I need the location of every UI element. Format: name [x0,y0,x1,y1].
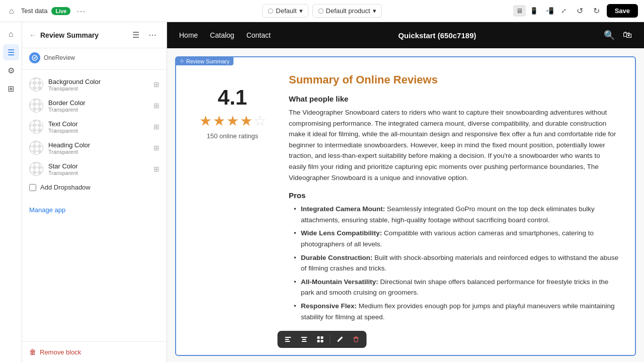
pro-label-1: Integrated Camera Mount: [301,205,385,213]
pro-label-2: Wide Lens Compatibility: [301,229,382,237]
pro-item-4: All-Mountain Versatility: Directional tw… [294,277,619,298]
dropshadow-label[interactable]: Add Dropshadow [40,184,91,191]
pro-label-3: Durable Construction: [301,254,373,261]
home-sidebar-icon[interactable]: ⌂ [3,26,19,42]
expand-view-btn[interactable]: ⤢ [558,5,570,17]
settings-sidebar-icon[interactable]: ⚙ [3,62,19,78]
cart-icon[interactable]: 🛍 [623,30,632,41]
ft-align-left-btn[interactable] [281,333,296,346]
svg-rect-4 [301,337,307,338]
theme-dropdown[interactable]: ⬡ Default ▾ [262,4,308,18]
svg-rect-5 [302,339,306,340]
ft-separator [330,334,331,344]
svg-rect-9 [317,340,320,342]
layers-sidebar-icon[interactable]: ☰ [3,44,19,60]
panel-header: ← Review Summary ☰ ⋯ [22,22,167,48]
preview-area: Home Catalog Contact Quickstart (650c718… [167,22,644,362]
dropshadow-row: Add Dropshadow [22,179,167,195]
star-color-name: Star Color [48,162,148,170]
live-badge: Live [51,7,70,15]
review-body-text: The Videographer Snowboard caters to rid… [289,107,619,183]
remove-block-button[interactable]: 🗑 Remove block [22,341,167,362]
text-color-value: Transparent [48,128,148,134]
heading-color-layers-icon[interactable]: ⊞ [153,144,159,152]
svg-rect-8 [321,336,324,339]
panel-title: Review Summary [40,31,125,39]
pro-item-1: Integrated Camera Mount: Seamlessly inte… [294,204,619,225]
ft-edit-btn[interactable] [333,333,348,346]
star-3: ★ [226,113,239,129]
store-navbar: Home Catalog Contact Quickstart (650c718… [167,22,644,48]
heading-color-name: Heading Color [48,141,148,149]
star-rating: ★ ★ ★ ★ ☆ [199,113,266,129]
pros-list: Integrated Camera Mount: Seamlessly inte… [289,204,619,322]
ft-delete-btn[interactable] [349,333,364,346]
text-color-row: Text Color Transparent ⊞ [22,116,167,137]
text-color-layers-icon[interactable]: ⊞ [153,123,159,131]
mobile-view-btn[interactable]: 📲 [542,5,557,17]
search-icon[interactable]: 🔍 [604,30,615,41]
panel-more-icon[interactable]: ⋯ [145,28,159,42]
star-5: ☆ [254,113,266,129]
background-color-layers-icon[interactable]: ⊞ [153,80,159,88]
app-title: Test data [21,7,48,15]
border-color-swatch[interactable] [29,99,43,113]
star-color-layers-icon[interactable]: ⊞ [153,165,159,173]
redo-btn[interactable]: ↻ [590,4,603,18]
panel-list-icon[interactable]: ☰ [129,28,142,42]
review-text-col: Summary of Online Reviews What people li… [289,73,619,343]
star-color-value: Transparent [48,170,148,176]
home-icon[interactable]: ⌂ [6,5,17,18]
text-color-name: Text Color [48,120,148,128]
undo-btn[interactable]: ↺ [574,4,586,18]
save-button[interactable]: Save [607,4,638,18]
pro-item-2: Wide Lens Compatibility: Compatible with… [294,228,619,249]
desktop-view-btn[interactable]: 🖥 [513,5,526,17]
color-settings-list: Background Color Transparent ⊞ Border Co… [22,70,167,201]
panel-sub-header: OneReview [22,48,167,70]
apps-sidebar-icon[interactable]: ⊞ [3,80,19,97]
heading-color-info: Heading Color Transparent [48,141,148,155]
ft-align-center-btn[interactable] [297,333,312,346]
ft-grid-btn[interactable] [313,333,328,346]
sidebar-icon-rail: ⌂ ☰ ⚙ ⊞ [0,22,22,362]
border-color-layers-icon[interactable]: ⊞ [153,102,159,110]
star-color-row: Star Color Transparent ⊞ [22,158,167,179]
review-block-label: ⊹ Review Summary [176,57,233,65]
star-1: ★ [199,113,212,129]
review-main-heading: Summary of Online Reviews [289,73,619,86]
svg-rect-2 [285,339,289,340]
background-color-row: Background Color Transparent ⊞ [22,74,167,95]
product-dropdown[interactable]: ⬡ Default product ▾ [312,4,382,18]
background-color-swatch[interactable] [29,77,43,92]
panel-header-actions: ☰ ⋯ [129,28,159,42]
heading-color-swatch[interactable] [29,141,43,155]
trash-icon: 🗑 [29,348,36,356]
nav-home[interactable]: Home [179,31,198,39]
heading-color-row: Heading Color Transparent ⊞ [22,137,167,158]
pros-title: Pros [289,191,619,200]
review-two-col: 4.1 ★ ★ ★ ★ ☆ 150 online ratings Summary… [192,73,619,343]
background-color-name: Background Color [48,78,148,85]
panel-sub-label: OneReview [44,54,75,61]
dropshadow-checkbox[interactable] [29,184,36,191]
manage-app-link[interactable]: Manage app [29,206,65,214]
what-people-like-title: What people like [289,95,619,103]
pro-label-4: All-Mountain Versatility: [301,278,378,286]
manage-app-link-container: Manage app [22,201,167,219]
panel-back-icon[interactable]: ← [29,31,36,39]
main-layout: ⌂ ☰ ⚙ ⊞ ← Review Summary ☰ ⋯ OneReview B… [0,22,644,362]
more-options-icon[interactable]: ⋯ [74,6,88,17]
store-nav-icons: 🔍 🛍 [604,30,632,41]
pro-item-3: Durable Construction: Built with shock-a… [294,252,619,274]
svg-rect-6 [302,341,307,342]
svg-rect-10 [321,340,324,342]
rating-count: 150 online ratings [207,132,259,140]
tablet-view-btn[interactable]: 📱 [527,5,541,17]
star-color-swatch[interactable] [29,162,43,176]
topbar-left: ⌂ Test data Live ⋯ [6,5,256,18]
review-summary-block[interactable]: ⊹ Review Summary 4.1 ★ ★ ★ ★ ☆ [175,56,636,356]
nav-catalog[interactable]: Catalog [210,31,234,39]
text-color-swatch[interactable] [29,120,43,134]
nav-contact[interactable]: Contact [247,31,271,39]
